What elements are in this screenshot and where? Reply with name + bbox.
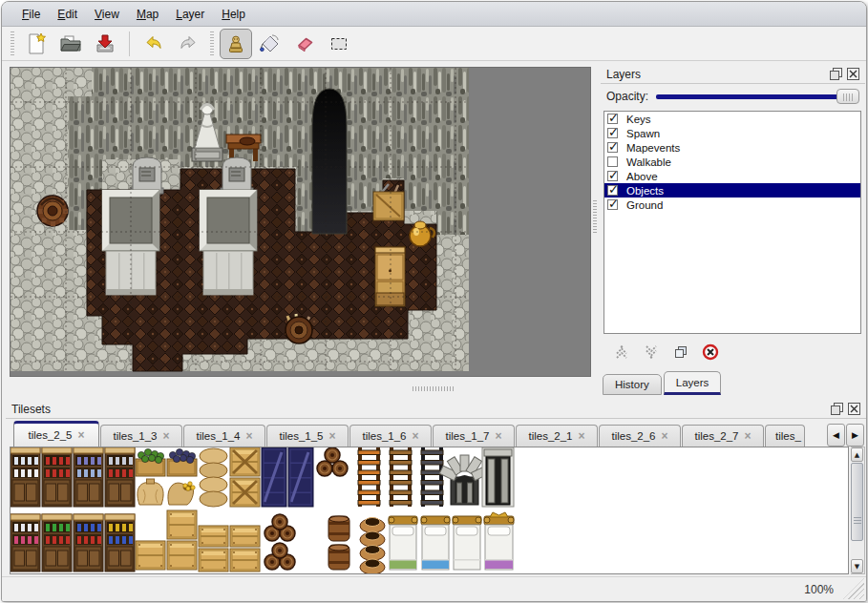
scrollbar-thumb[interactable] — [851, 463, 863, 541]
tile-crate[interactable] — [230, 526, 260, 547]
scroll-down-icon[interactable]: ▼ — [851, 559, 863, 573]
tile-bed[interactable] — [421, 516, 450, 570]
tile-shelf[interactable] — [105, 447, 135, 507]
tile-shelf[interactable] — [74, 514, 103, 572]
tab-close-icon[interactable]: × — [329, 429, 336, 443]
tile-shelf[interactable] — [74, 447, 103, 507]
tab-close-icon[interactable]: × — [78, 428, 85, 442]
tile-ladder[interactable] — [421, 447, 443, 507]
tile-shelf[interactable] — [11, 447, 40, 507]
tab-close-icon[interactable]: × — [496, 429, 502, 443]
layer-checkbox[interactable]: ✓ — [607, 171, 618, 181]
tileset-tab-tiles_1_7[interactable]: tiles_1_7× — [433, 425, 515, 447]
tileset-tab-tiles_1_3[interactable]: tiles_1_3× — [100, 425, 182, 447]
new-file-button[interactable] — [20, 29, 53, 59]
tileset-tab-tiles_2_1[interactable]: tiles_2_1× — [516, 425, 598, 447]
menu-item-edit[interactable]: Edit — [49, 5, 86, 24]
tab-scroll-left-icon[interactable]: ◀ — [827, 424, 845, 447]
layer-row[interactable]: ✓Ground — [604, 198, 860, 212]
duplicate-layer-button[interactable] — [670, 342, 691, 363]
layer-row[interactable]: ✓Mapevents — [604, 140, 860, 155]
tile-sack-gold[interactable] — [168, 482, 195, 505]
vertical-splitter-handle[interactable] — [593, 200, 597, 235]
tile-barrel-pile[interactable] — [265, 543, 295, 570]
tile-crate[interactable] — [167, 510, 197, 539]
tile-shelf[interactable] — [42, 447, 72, 507]
menu-item-file[interactable]: File — [13, 5, 49, 24]
map-object-tombstone[interactable] — [131, 157, 163, 194]
layer-checkbox[interactable]: ✓ — [607, 199, 618, 210]
move-layer-up-button[interactable] — [611, 342, 632, 363]
tile-shelf[interactable] — [11, 514, 40, 572]
tileset-scrollbar[interactable]: ▲ ▼ — [851, 447, 865, 574]
map-object-barrel-tools[interactable] — [286, 314, 312, 343]
tileset-canvas[interactable] — [10, 447, 849, 574]
tile-crate[interactable] — [199, 526, 228, 547]
layer-checkbox[interactable]: ✓ — [607, 185, 618, 196]
map-object-altar[interactable] — [200, 190, 257, 295]
menu-item-view[interactable]: View — [86, 5, 128, 24]
tile-crate[interactable] — [199, 549, 228, 572]
scroll-up-icon[interactable]: ▲ — [851, 447, 863, 462]
close-panel-icon[interactable] — [846, 68, 859, 81]
dock-tab-history[interactable]: History — [603, 374, 662, 395]
menu-item-help[interactable]: Help — [213, 5, 254, 24]
layer-checkbox[interactable]: ✓ — [607, 114, 618, 124]
tab-close-icon[interactable]: × — [413, 429, 419, 443]
menu-item-map[interactable]: Map — [128, 5, 167, 24]
fill-tool-button[interactable] — [254, 29, 286, 59]
tab-close-icon[interactable]: × — [163, 429, 170, 443]
redo-button[interactable] — [172, 29, 204, 59]
tab-close-icon[interactable]: × — [579, 429, 585, 443]
move-layer-down-button[interactable] — [641, 342, 662, 363]
tile-bed-royal[interactable] — [484, 512, 514, 570]
tileset-tab-tiles_2_7[interactable]: tiles_2_7× — [682, 425, 764, 447]
tile-crate[interactable] — [230, 549, 260, 572]
tile-crate-x[interactable] — [230, 447, 260, 476]
tile-bed[interactable] — [389, 516, 417, 570]
close-panel-icon[interactable] — [847, 403, 860, 416]
opacity-slider[interactable] — [656, 89, 859, 104]
undo-button[interactable] — [138, 29, 170, 59]
tile-crate-produce[interactable] — [136, 448, 165, 476]
select-tool-button[interactable] — [323, 29, 355, 59]
tileset-tab-tiles_1_4[interactable]: tiles_1_4× — [183, 425, 265, 447]
float-panel-icon[interactable] — [829, 68, 842, 81]
tile-crate[interactable] — [136, 541, 165, 570]
tab-close-icon[interactable]: × — [246, 429, 253, 443]
map-object-tombstone[interactable] — [221, 157, 253, 194]
layer-row[interactable]: ✓Above — [604, 169, 860, 183]
layer-checkbox[interactable]: ✓ — [607, 142, 618, 153]
tile-crate-dark[interactable] — [288, 447, 313, 507]
tile-arch-door[interactable] — [482, 447, 514, 507]
tile-shelf[interactable] — [105, 514, 135, 572]
toolbar-grip[interactable] — [11, 31, 14, 56]
tile-barrel-pile[interactable] — [317, 447, 348, 476]
save-file-button[interactable] — [89, 29, 121, 59]
tab-scroll-right-icon[interactable]: ▶ — [846, 424, 864, 447]
opacity-slider-track[interactable] — [656, 94, 857, 99]
tile-ladder[interactable] — [358, 447, 380, 507]
eraser-tool-button[interactable] — [288, 29, 321, 59]
opacity-slider-handle[interactable] — [836, 89, 859, 104]
tile-sack[interactable] — [138, 479, 163, 505]
tab-close-icon[interactable]: × — [745, 429, 752, 443]
toolbar-grip[interactable] — [210, 31, 214, 56]
layer-checkbox[interactable]: ✓ — [607, 128, 618, 138]
tile-barrel-pile[interactable] — [265, 514, 295, 541]
tileset-tab-tiles[interactable]: tiles_ — [765, 425, 805, 447]
tileset-tab-tiles_1_6[interactable]: tiles_1_6× — [349, 425, 432, 447]
tile-barrel-up[interactable] — [328, 545, 349, 570]
stamp-tool-button[interactable] — [220, 29, 252, 59]
tile-shelf[interactable] — [42, 514, 72, 572]
horizontal-splitter-handle[interactable] — [413, 386, 455, 391]
dock-tab-layers[interactable]: Layers — [664, 371, 722, 395]
layer-checkbox[interactable] — [607, 156, 618, 167]
menu-item-layer[interactable]: Layer — [167, 5, 213, 24]
map-object-barrel-bucket[interactable] — [37, 196, 68, 226]
open-file-button[interactable] — [54, 29, 87, 59]
tile-pots[interactable] — [360, 518, 385, 574]
float-panel-icon[interactable] — [830, 403, 843, 416]
tile-crate-dark[interactable] — [262, 447, 286, 507]
tileset-tab-tiles_1_5[interactable]: tiles_1_5× — [266, 425, 349, 447]
